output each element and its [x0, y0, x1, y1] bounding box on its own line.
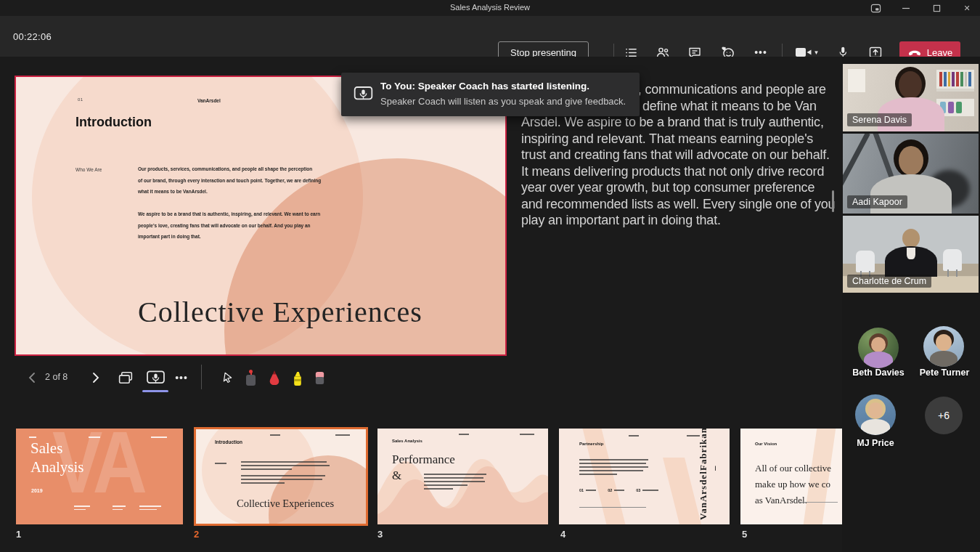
pointer-tool-icon[interactable]	[218, 368, 237, 388]
decor-chair	[856, 251, 875, 272]
thumbnail-number-current: 2	[194, 529, 199, 540]
decor-window-frame	[871, 134, 896, 182]
thumb2-heading: Introduction	[215, 439, 242, 445]
notes-line: define what it means to be Van	[642, 98, 842, 115]
placeholder-paragraph	[241, 461, 330, 486]
slide-thumbnail-1[interactable]: VA Sales Analysis 2019	[16, 429, 183, 524]
window-title: Sales Analysis Review	[0, 3, 980, 12]
laser-pointer-tool-icon[interactable]	[241, 368, 260, 388]
participants-panel: Serena Davis Aadi Kapoor Charlotte de Cr…	[842, 57, 980, 552]
notes-line: and recommended lists as well. Every sin…	[521, 196, 842, 213]
slide-paragraph-2: We aspire to be a brand that is authenti…	[138, 208, 341, 243]
avatar-mj[interactable]	[855, 394, 896, 435]
notes-line: It means delivering products that not on…	[521, 163, 842, 180]
person-shirt	[907, 248, 915, 259]
toast-title: To You: Speaker Coach has started listen…	[380, 81, 589, 92]
placeholder-text	[74, 506, 90, 512]
notes-line: Arsdel. We aspire to be a brand that is …	[521, 114, 842, 131]
slide-thumbnails-icon[interactable]	[115, 368, 136, 388]
notes-scrollbar[interactable]	[832, 190, 834, 212]
notes-line: play an important part in doing that.	[521, 212, 842, 229]
presentation-stage: 01 VanArsdel Introduction Who We Are Our…	[0, 57, 842, 552]
slide-page-number: 01	[78, 97, 83, 102]
slide-thumbnail-3[interactable]: Sales Analysis Performance &	[377, 429, 548, 524]
thumb1-year: 2019	[31, 488, 43, 493]
slide-thumbnail-5[interactable]: Our Vision All of our collective make up…	[740, 429, 842, 524]
camera-dropdown-chevron-icon: ▾	[814, 49, 818, 56]
minimize-icon[interactable]	[891, 0, 920, 16]
thumb5-rule	[800, 502, 838, 503]
participant-name-label: Pete Turner	[905, 368, 980, 378]
speaker-coach-toggle-icon[interactable]	[142, 368, 168, 388]
avatar-torso	[864, 352, 893, 368]
participant-name-label: Charlotte de Crum	[847, 275, 931, 288]
video-tile-serena[interactable]: Serena Davis	[843, 64, 979, 131]
decor-window-frame	[843, 134, 870, 192]
thumbnail-number: 3	[377, 529, 383, 540]
decor-chair	[943, 249, 962, 271]
speaker-coach-toast[interactable]: To You: Speaker Coach has started listen…	[341, 73, 640, 116]
placeholder-text	[139, 506, 161, 512]
notes-line: trust and creating fans that will advoca…	[521, 147, 842, 163]
thumb1-title: Sales Analysis	[30, 439, 84, 476]
placeholder-text	[629, 435, 639, 439]
participant-name-label: Serena Davis	[847, 113, 912, 126]
next-slide-icon[interactable]	[87, 368, 105, 388]
previous-slide-icon[interactable]	[23, 368, 41, 388]
meeting-timer: 00:22:06	[13, 31, 52, 42]
pen-tool-icon[interactable]	[264, 368, 285, 388]
slide-thumbnail-4[interactable]: Partnership 01 02 03 VanArsdel Fabrikam …	[559, 429, 730, 524]
person-face	[899, 71, 922, 99]
notes-line: year over year growth, but top consumer …	[521, 179, 842, 196]
avatar-torso	[930, 351, 957, 367]
thumbnail-number: 1	[16, 529, 21, 540]
placeholder-text	[459, 434, 469, 437]
avatar-pete[interactable]	[923, 326, 964, 367]
thumb4-vertical-title: VanArsdel Fabrikam –	[698, 434, 719, 520]
slide-title: Collective Experiences	[138, 295, 422, 329]
person-face	[902, 229, 920, 248]
placeholder-text	[270, 434, 280, 438]
eraser-tool-icon[interactable]	[309, 368, 330, 388]
decor-poster	[847, 68, 866, 93]
thumb4-items: 01 02 03	[579, 488, 658, 492]
video-tile-charlotte[interactable]: Charlotte de Crum	[843, 216, 979, 293]
maximize-icon[interactable]	[922, 0, 951, 16]
slide-paragraph-1: Our products, services, communications, …	[138, 163, 341, 198]
slide-thumbnail-2-selected[interactable]: Introduction Collective Experiences	[194, 427, 368, 526]
participant-name-label: MJ Price	[836, 438, 915, 448]
avatar-torso	[861, 419, 890, 435]
slide-brand: VanArsdel	[197, 98, 221, 103]
thumb5-header: Our Vision	[755, 442, 777, 446]
picture-in-picture-icon[interactable]	[861, 0, 890, 16]
highlighter-tool-icon[interactable]	[287, 368, 308, 388]
thumb4-header: Partnership	[579, 442, 603, 446]
avatar-face	[936, 334, 952, 351]
thumb4-rule	[579, 507, 646, 508]
thumbnail-number: 4	[560, 529, 565, 540]
placeholder-text	[151, 437, 167, 440]
notes-line: inspiring and relevant. That means earni…	[521, 131, 842, 147]
window-titlebar: Sales Analysis Review ✕	[0, 0, 980, 16]
video-tile-aadi[interactable]: Aadi Kapoor	[843, 134, 979, 214]
current-slide[interactable]: 01 VanArsdel Introduction Who We Are Our…	[15, 76, 507, 356]
slide-heading: Introduction	[75, 115, 152, 130]
close-icon[interactable]: ✕	[952, 0, 980, 16]
person-face	[899, 146, 923, 175]
placeholder-text	[113, 506, 126, 512]
coach-active-underline	[142, 390, 168, 392]
avatar-face	[868, 402, 883, 418]
more-slide-options-icon[interactable]: •••	[171, 368, 192, 388]
placeholder-text	[520, 434, 534, 437]
thumbnail-number: 5	[742, 529, 747, 540]
placeholder-paragraph	[579, 459, 648, 477]
placeholder-text	[215, 463, 226, 466]
participant-name-label: Aadi Kapoor	[847, 195, 907, 208]
notes-line: s, communications and people are	[632, 81, 842, 98]
avatar-beth[interactable]	[858, 328, 899, 368]
placeholder-text	[29, 437, 36, 440]
slide-side-label: Who We Are	[75, 167, 102, 172]
placeholder-paragraph	[424, 474, 486, 492]
overflow-participants-badge[interactable]: +6	[925, 397, 963, 434]
slide-position-label: 2 of 8	[45, 372, 68, 382]
